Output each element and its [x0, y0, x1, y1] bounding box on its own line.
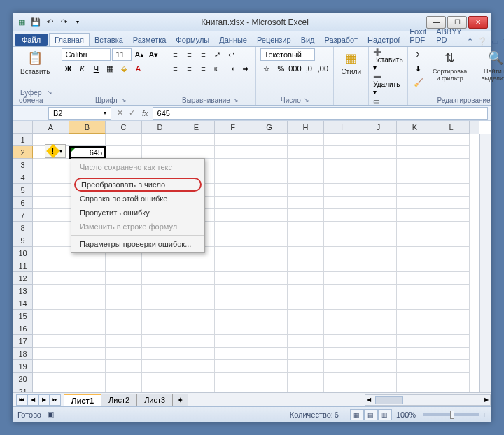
cell[interactable]	[178, 310, 215, 322]
cell[interactable]	[251, 197, 288, 209]
clear-icon[interactable]: 🧹	[412, 76, 425, 89]
cell[interactable]	[69, 360, 106, 373]
col-header-E[interactable]: E	[178, 121, 215, 134]
cancel-icon[interactable]: ✕	[114, 108, 126, 117]
dec-decimal-icon[interactable]: ,00	[316, 62, 329, 75]
grow-font-icon[interactable]: A▴	[133, 48, 146, 61]
cell[interactable]	[33, 159, 69, 171]
cell[interactable]	[433, 159, 470, 171]
cell[interactable]	[360, 222, 397, 234]
cell[interactable]	[251, 297, 288, 310]
cell[interactable]	[288, 310, 324, 322]
close-button[interactable]: ✕	[468, 16, 488, 29]
cell[interactable]	[251, 134, 288, 146]
font-size-select[interactable]: 11	[112, 48, 132, 61]
cell[interactable]	[360, 335, 397, 348]
row-header-4[interactable]: 4	[13, 171, 33, 184]
cell[interactable]	[33, 222, 69, 234]
cell[interactable]	[433, 259, 470, 272]
row-header-21[interactable]: 21	[13, 385, 33, 392]
cell[interactable]	[360, 171, 397, 184]
zoom-in-icon[interactable]: +	[482, 411, 486, 419]
align-center-icon[interactable]: ≡	[183, 62, 195, 75]
row-header-16[interactable]: 16	[13, 322, 33, 335]
cell[interactable]	[324, 297, 360, 310]
cell[interactable]	[288, 322, 324, 335]
underline-icon[interactable]: Ч	[90, 62, 102, 75]
cell[interactable]	[251, 159, 288, 171]
tab-insert[interactable]: Вставка	[90, 34, 128, 46]
cell[interactable]	[433, 348, 470, 360]
cell[interactable]	[397, 322, 433, 335]
view-layout-icon[interactable]: ▤	[364, 409, 378, 420]
cell[interactable]	[433, 184, 470, 197]
cell[interactable]: 645	[69, 146, 106, 159]
cell[interactable]	[106, 272, 142, 285]
cell[interactable]	[324, 159, 360, 171]
cell[interactable]	[360, 285, 397, 297]
cell[interactable]	[360, 234, 397, 247]
cell[interactable]	[33, 247, 69, 259]
align-top-icon[interactable]: ≡	[169, 48, 181, 61]
cell[interactable]	[142, 385, 178, 392]
cell[interactable]	[142, 335, 178, 348]
cell[interactable]	[397, 234, 433, 247]
cell[interactable]	[324, 310, 360, 322]
find-select-button[interactable]: 🔍 Найти и выделить	[475, 48, 504, 89]
name-box[interactable]: B2▾	[48, 107, 111, 120]
cell[interactable]	[106, 297, 142, 310]
font-launcher-icon[interactable]: ↘	[121, 97, 127, 104]
bold-icon[interactable]: Ж	[62, 62, 74, 75]
row-header-9[interactable]: 9	[13, 234, 33, 247]
cell[interactable]	[288, 209, 324, 222]
clipboard-launcher-icon[interactable]: ↘	[47, 89, 52, 104]
cell[interactable]	[178, 335, 215, 348]
cell[interactable]	[397, 222, 433, 234]
cell[interactable]	[142, 297, 178, 310]
cell[interactable]	[288, 146, 324, 159]
cells-delete-button[interactable]: ➖ Удалить ▾	[373, 73, 402, 96]
row-header-7[interactable]: 7	[13, 209, 33, 222]
cell[interactable]	[215, 209, 251, 222]
cell[interactable]	[106, 310, 142, 322]
cell[interactable]	[106, 146, 142, 159]
cell[interactable]	[360, 247, 397, 259]
cell[interactable]	[215, 385, 251, 392]
col-header-K[interactable]: K	[397, 121, 433, 134]
ribbon-minimize-icon[interactable]: ⌃	[467, 37, 473, 46]
cell[interactable]	[324, 146, 360, 159]
cell[interactable]	[251, 247, 288, 259]
cell[interactable]	[33, 285, 69, 297]
cell[interactable]	[251, 222, 288, 234]
cell[interactable]	[360, 297, 397, 310]
row-header-5[interactable]: 5	[13, 184, 33, 197]
sort-filter-button[interactable]: ⇅ Сортировка и фильтр	[428, 48, 472, 89]
cell[interactable]	[215, 134, 251, 146]
cell[interactable]	[324, 322, 360, 335]
select-all-corner[interactable]	[13, 121, 33, 134]
col-header-L[interactable]: L	[433, 121, 470, 134]
cell[interactable]	[215, 222, 251, 234]
cell[interactable]	[33, 322, 69, 335]
cell[interactable]	[69, 297, 106, 310]
tab-foxit[interactable]: Foxit PDF	[405, 25, 431, 46]
cell[interactable]	[251, 285, 288, 297]
cell[interactable]	[33, 310, 69, 322]
styles-button[interactable]: ▦ Стили	[338, 48, 364, 77]
cell[interactable]	[324, 335, 360, 348]
cells-insert-button[interactable]: ➕ Вставить ▾	[373, 48, 402, 71]
save-icon[interactable]: 💾	[30, 17, 41, 28]
cell[interactable]	[33, 209, 69, 222]
zoom-slider[interactable]	[424, 413, 479, 416]
row-header-14[interactable]: 14	[13, 297, 33, 310]
tab-layout[interactable]: Разметка	[128, 34, 172, 46]
cell[interactable]	[33, 197, 69, 209]
row-header-10[interactable]: 10	[13, 247, 33, 259]
cell[interactable]	[69, 322, 106, 335]
row-header-19[interactable]: 19	[13, 360, 33, 373]
cell[interactable]	[142, 259, 178, 272]
paste-button[interactable]: 📋 Вставить	[18, 48, 52, 77]
cell[interactable]	[251, 348, 288, 360]
undo-icon[interactable]: ↶	[44, 17, 55, 28]
cell[interactable]	[288, 184, 324, 197]
